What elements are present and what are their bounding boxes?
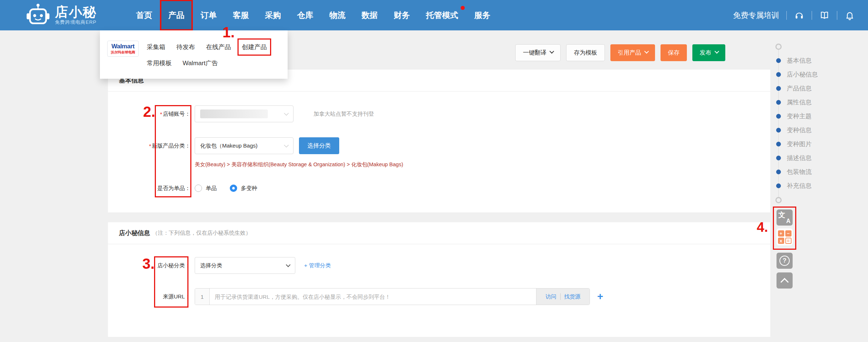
basic-info-section: 基本信息 *店铺账号： 加拿大站点暂不支持刊登 *新版产品分类： — [108, 70, 770, 212]
radio-multi-variant[interactable]: 多变种 — [230, 185, 257, 192]
dot-icon — [776, 72, 781, 77]
nav-item-data[interactable]: 数据 — [353, 0, 386, 30]
chevron-down-icon — [284, 143, 289, 148]
product-category-row: *新版产品分类： 化妆包（Makeup Bags) 选择分类 — [108, 137, 770, 154]
add-url-button[interactable]: + — [597, 288, 603, 305]
translate-icon: 文 A — [777, 209, 793, 226]
nav-item-home[interactable]: 首页 — [128, 0, 160, 30]
source-url-row: 来源URL： 1 访问 找货源 + — [108, 288, 770, 305]
manual-icon[interactable] — [819, 10, 830, 21]
annotation-step-1: 1. — [222, 24, 235, 41]
question-icon: ? — [779, 256, 790, 266]
dxm-category-select[interactable]: 选择分类 — [195, 257, 295, 274]
page: 店小秘 免费跨境电商ERP 首页 产品 订单 客服 采购 仓库 物流 数据 财务… — [0, 0, 868, 342]
anchor-bottom-circle — [775, 197, 782, 203]
menu-item-walmart-ads[interactable]: Walmart广告 — [183, 59, 218, 67]
source-url-group: 1 访问 找货源 — [195, 288, 590, 305]
nav-item-warehouse[interactable]: 仓库 — [289, 0, 321, 30]
nav-item-purchasing[interactable]: 采购 — [257, 0, 289, 30]
translate-tool-button[interactable]: 文 A — [777, 209, 793, 226]
annotation-step-2: 2. — [143, 104, 155, 120]
radio-single-item[interactable]: 单品 — [195, 185, 217, 192]
calculator-icon: + − x = — [778, 230, 792, 244]
anchor-attribute-info[interactable]: 属性信息 — [773, 95, 818, 109]
free-training-link[interactable]: 免费专属培训 — [733, 10, 779, 21]
dot-icon — [776, 58, 781, 63]
shop-account-row: *店铺账号： 加拿大站点暂不支持刊登 — [108, 105, 770, 122]
dot-icon — [776, 142, 781, 146]
app-name: 店小秘 — [55, 5, 97, 19]
anchor-supplementary-info[interactable]: 补充信息 — [773, 179, 818, 193]
dot-icon — [776, 156, 781, 160]
app-logo[interactable]: 店小秘 免费跨境电商ERP — [26, 3, 97, 27]
redacted-account-value — [200, 109, 268, 118]
dxm-info-section: 店小秘信息 （注：下列信息，仅在店小秘系统生效） 店小秘分类： 选择分类 + 管… — [108, 222, 770, 337]
top-navbar: 店小秘 免费跨境电商ERP 首页 产品 订单 客服 采购 仓库 物流 数据 财务… — [0, 0, 868, 30]
divider — [837, 11, 837, 20]
divider — [812, 11, 812, 20]
back-to-top-button[interactable] — [777, 272, 793, 289]
anchor-variant-info[interactable]: 变种信息 — [773, 123, 818, 137]
menu-item-online-products[interactable]: 在线产品 — [206, 43, 231, 51]
annotation-step-4: 4. — [757, 220, 768, 235]
robot-logo-icon — [26, 3, 50, 27]
publish-button[interactable]: 发布 — [692, 44, 725, 61]
anchor-packaging-logistics[interactable]: 包装物流 — [773, 165, 818, 179]
chevron-down-icon — [550, 49, 554, 54]
anchor-product-info[interactable]: 产品信息 — [773, 81, 818, 95]
divider — [786, 11, 787, 20]
bell-icon[interactable] — [845, 10, 855, 21]
nav-item-logistics[interactable]: 物流 — [321, 0, 353, 30]
canada-site-note: 加拿大站点暂不支持刊登 — [314, 111, 374, 118]
section-note: （注：下列信息，仅在店小秘系统生效） — [152, 230, 251, 237]
category-path: 美女(Beauty) > 美容存储和组织(Beauty Storage & Or… — [195, 161, 770, 168]
nav-item-managed-mode[interactable]: 托管模式 — [418, 0, 466, 30]
notification-dot — [461, 6, 465, 10]
shop-account-select[interactable] — [195, 105, 293, 122]
anchor-variant-theme[interactable]: 变种主题 — [773, 109, 818, 123]
radio-unchecked-icon[interactable] — [195, 185, 202, 192]
headset-icon[interactable] — [794, 10, 804, 21]
quote-product-button[interactable]: 引用产品 — [610, 44, 655, 61]
divider — [560, 293, 561, 300]
choose-category-button[interactable]: 选择分类 — [299, 137, 339, 154]
section-title-dxm-info: 店小秘信息 — [119, 229, 150, 237]
source-url-input[interactable] — [210, 289, 536, 305]
help-button[interactable]: ? — [777, 253, 793, 269]
single-item-label: 是否为单品： — [108, 185, 195, 192]
save-button[interactable]: 保存 — [661, 44, 687, 61]
anchor-description-info[interactable]: 描述信息 — [773, 151, 818, 165]
app-tagline: 免费跨境电商ERP — [55, 20, 97, 25]
translate-button[interactable]: 一键翻译 — [515, 44, 561, 61]
nav-item-product[interactable]: 产品 — [160, 0, 192, 30]
single-item-row: 是否为单品： 单品 多变种 — [108, 185, 770, 192]
nav-item-orders[interactable]: 订单 — [192, 0, 225, 30]
nav-item-finance[interactable]: 财务 — [386, 0, 418, 30]
menu-item-to-publish[interactable]: 待发布 — [176, 43, 195, 51]
product-dropdown-menu: Walmart 沃尔玛全球电商 采集箱 待发布 在线产品 创建产品 常用模板 W… — [100, 30, 288, 79]
menu-item-collection-box[interactable]: 采集箱 — [147, 43, 165, 51]
dot-icon — [776, 114, 781, 119]
save-as-template-button[interactable]: 存为模板 — [566, 44, 605, 61]
nav-item-services[interactable]: 服务 — [466, 0, 498, 30]
chevron-up-icon — [781, 278, 789, 286]
menu-item-create-product[interactable]: 创建产品 — [242, 43, 267, 51]
radio-checked-icon[interactable] — [230, 185, 237, 192]
menu-item-common-templates[interactable]: 常用模板 — [147, 59, 172, 67]
chevron-down-icon — [286, 263, 291, 267]
annotation-step-3: 3. — [142, 256, 154, 272]
anchor-top-circle — [775, 44, 782, 50]
chevron-down-icon — [284, 111, 289, 116]
find-source-link[interactable]: 找货源 — [564, 293, 581, 300]
source-url-label: 来源URL： — [108, 293, 195, 300]
visit-link[interactable]: 访问 — [546, 293, 557, 300]
anchor-basic-info[interactable]: 基本信息 — [773, 53, 818, 67]
dot-icon — [776, 170, 781, 174]
url-addon: 访问 找货源 — [536, 289, 590, 305]
anchor-dxm-info[interactable]: 店小秘信息 — [773, 67, 818, 81]
chevron-down-icon — [644, 49, 649, 54]
calculator-tool-button[interactable]: + − x = — [777, 228, 793, 245]
product-category-select[interactable]: 化妆包（Makeup Bags) — [195, 137, 293, 154]
manage-category-link[interactable]: + 管理分类 — [304, 262, 331, 269]
anchor-variant-images[interactable]: 变种图片 — [773, 137, 818, 151]
